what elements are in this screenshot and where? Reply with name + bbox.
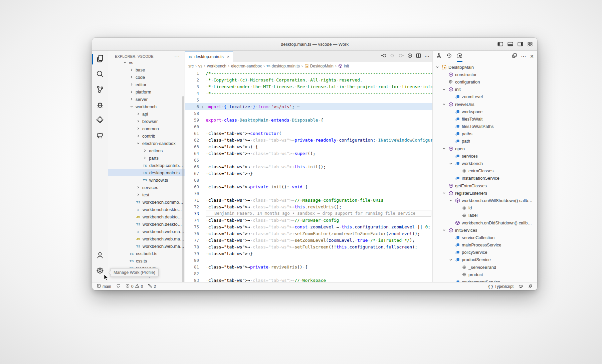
code-line[interactable]: 2·*·Copyright·(c)·Microsoft·Corporation.… [185, 76, 432, 83]
outline-item[interactable]: policyService [433, 249, 537, 256]
branch-status-item[interactable]: main [96, 284, 111, 289]
tree-item[interactable]: TSworkbench.deskto… [108, 220, 185, 228]
code-line[interactable]: 3·*·Licensed·under·the·MIT·License.·See·… [185, 83, 432, 90]
outline-item[interactable]: filesToWaitPaths [433, 123, 537, 130]
tab-outline[interactable] [457, 51, 462, 62]
outline-item[interactable]: workbench [433, 160, 537, 167]
code-line[interactable]: 59export·class·DesktopMain·extends·Dispo… [185, 117, 432, 123]
code-line[interactable]: 74·class="tab-ws">→·class="tab-ws">→//·B… [185, 217, 432, 223]
tree-item[interactable]: TSdesktop.contrib… [108, 162, 185, 169]
problems-status-item[interactable]: 0 0 [125, 284, 143, 289]
code-line[interactable]: 70 [185, 190, 432, 197]
outline-item[interactable]: serviceCollection [433, 234, 537, 241]
outline-item[interactable]: mainProcessService [433, 241, 537, 249]
breadcrumb-item[interactable]: workbench [207, 64, 226, 68]
code-line[interactable]: 6import·{·localize·}·from·'vs/nls';⋯ [185, 103, 432, 110]
more-actions-icon[interactable]: ⋯ [424, 53, 430, 59]
breadcrumb-item[interactable]: DesktopMain [305, 64, 334, 68]
code-line[interactable]: 62·class="tab-ws">→·class="tab-ws">→priv… [185, 137, 432, 143]
code-line[interactable]: 72·class="tab-ws">→·class="tab-ws">→this… [185, 203, 432, 210]
outline-item[interactable]: getExtraClasses [433, 182, 537, 189]
tree-item[interactable]: TScss.build.ts [108, 250, 185, 257]
outline-item[interactable]: instantiationService [433, 175, 537, 182]
tree-item[interactable]: TScss.ts [108, 257, 185, 264]
sidebar-item-github[interactable] [92, 128, 108, 144]
code-line[interactable]: 75·class="tab-ws">→·class="tab-ws">→cons… [185, 223, 432, 230]
notifications-status-item[interactable] [528, 284, 533, 290]
outline-more-actions-icon[interactable]: ⋯ [521, 53, 526, 59]
tree-item[interactable]: TSwindow.ts [108, 176, 185, 184]
code-line[interactable]: 64·class="tab-ws">→·class="tab-ws">→supe… [185, 150, 432, 157]
outline-item[interactable]: paths [433, 130, 537, 138]
fold-chevron-icon[interactable] [201, 105, 204, 110]
toggle-secondary-sidebar-icon[interactable] [518, 42, 523, 46]
outline-item[interactable]: configuration [433, 78, 537, 85]
tree-item[interactable]: server [108, 96, 185, 103]
code-line[interactable]: 82 [185, 270, 432, 277]
code-line[interactable]: 58 [185, 110, 432, 117]
tree-item[interactable]: TSworkbench.web.ma… [108, 242, 185, 250]
outline-item[interactable]: environmentService [433, 278, 537, 282]
outline-item[interactable]: DesktopMain [433, 63, 537, 71]
tree-item[interactable]: #workbench.web.ma… [108, 228, 185, 235]
outline-item[interactable]: reviveUris [433, 101, 537, 108]
outline-item[interactable]: extraClasses [433, 167, 537, 175]
accounts-button[interactable] [92, 248, 108, 263]
outline-item[interactable]: constructor [433, 71, 537, 78]
tree-item[interactable]: vs [108, 62, 185, 66]
code-line[interactable]: 79·class="tab-ws">→} [185, 250, 432, 257]
code-line[interactable]: 76·class="tab-ws">→·class="tab-ws">→setZ… [185, 230, 432, 237]
outline-item[interactable]: product [433, 271, 537, 278]
tree-item[interactable]: api [108, 110, 185, 118]
tree-item[interactable]: JSworkbench.deskto… [108, 213, 185, 220]
tasks-status-item[interactable]: 2 [148, 284, 156, 289]
code-line[interactable]: 68 [185, 177, 432, 183]
code-line[interactable]: 63·class="tab-ws">→)·{ [185, 143, 432, 150]
toggle-panel-icon[interactable] [508, 42, 513, 46]
outline-item[interactable]: services [433, 152, 537, 160]
code-line[interactable]: 67·class="tab-ws">→} [185, 170, 432, 177]
tree-item[interactable]: base [108, 66, 185, 73]
outline-item[interactable]: workbench.onDidShutdown() callb… [433, 219, 537, 226]
sync-status-item[interactable] [116, 284, 121, 289]
toggle-primary-sidebar-icon[interactable] [497, 42, 503, 46]
outline-item[interactable]: label [433, 212, 537, 219]
code-line[interactable]: 1/*-------------------------------------… [185, 70, 432, 76]
sidebar-item-run-debug[interactable] [92, 98, 108, 113]
tab-timeline[interactable] [446, 51, 452, 62]
tree-item[interactable]: services [108, 184, 185, 191]
copilot-status-item[interactable] [518, 284, 523, 290]
explorer-scrollbar[interactable] [182, 96, 184, 282]
code-line[interactable]: 69·class="tab-ws">→private·init():·void·… [185, 183, 432, 190]
tree-item[interactable]: common [108, 125, 185, 132]
tree-item[interactable]: code [108, 73, 185, 81]
navigate-next-disabled-icon[interactable] [398, 53, 404, 60]
outline-item[interactable]: id [433, 204, 537, 212]
language-mode-item[interactable]: { } TypeScript [488, 284, 514, 289]
collapse-all-icon[interactable] [512, 53, 517, 60]
code-line[interactable]: 73Benjamin Pasero, 14 months ago • sandb… [185, 210, 432, 217]
outline-item[interactable]: init [433, 86, 537, 93]
breadcrumb-item[interactable]: init [338, 64, 349, 68]
code-line[interactable]: 77·class="tab-ws">→·class="tab-ws">→setZ… [185, 237, 432, 243]
code-line[interactable]: 65 [185, 157, 432, 163]
views-more-actions-icon[interactable]: ··· [173, 54, 181, 59]
tree-item[interactable]: actions [108, 147, 185, 154]
outline-item[interactable]: zoomLevel [433, 93, 537, 101]
folded-code-ellipsis[interactable]: ⋯ [297, 104, 299, 109]
go-back-icon[interactable] [381, 53, 387, 60]
code-editor[interactable]: 1/*-------------------------------------… [185, 70, 432, 282]
breadcrumb-item[interactable]: vs [198, 64, 202, 68]
outline-item[interactable]: workbench.onWillShutdown() callb… [433, 197, 537, 204]
code-line[interactable]: 5 [185, 97, 432, 103]
tree-item[interactable]: editor [108, 81, 185, 88]
sidebar-item-extensions[interactable] [92, 113, 108, 128]
outline-item[interactable]: productService [433, 256, 537, 263]
tree-item[interactable]: #workbench.deskto… [108, 206, 185, 213]
tree-item[interactable]: JSworkbench.web.ma… [108, 235, 185, 242]
code-line[interactable]: 71·class="tab-ws">→·class="tab-ws">→//·M… [185, 197, 432, 203]
code-line[interactable]: 4·*-------------------------------------… [185, 90, 432, 97]
sidebar-item-explorer[interactable] [92, 51, 108, 67]
close-panel-icon[interactable]: ✕ [530, 54, 534, 59]
tree-item[interactable]: platform [108, 88, 185, 96]
